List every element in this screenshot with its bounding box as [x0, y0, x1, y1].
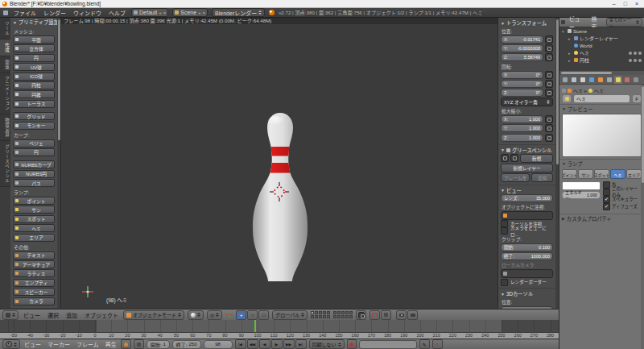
delete-keyframe-icon[interactable]: ×: [432, 339, 443, 349]
properties-tab-render[interactable]: [561, 76, 569, 84]
menu-ビュー[interactable]: ビュー: [23, 340, 43, 348]
snap-element-button[interactable]: [381, 310, 391, 320]
timeline-canvas[interactable]: [0, 320, 559, 332]
viewport-3d[interactable]: フレーム:98 | 時間:00:00.15 | 頂点:380 面:396 光源:…: [61, 18, 497, 309]
clip-end-field[interactable]: 終了:1000.000: [501, 252, 553, 260]
lock-icon[interactable]: [545, 89, 553, 97]
frame-start-field[interactable]: 開始:1: [147, 340, 170, 349]
number-field-X[interactable]: X:0°: [501, 71, 543, 79]
new-layer-button[interactable]: 新規レイヤー: [501, 164, 553, 172]
disclosure-icon[interactable]: ▾: [562, 29, 566, 34]
outliner-editor-icon[interactable]: [561, 20, 565, 24]
lamp-type-サン[interactable]: サン: [578, 169, 593, 179]
lock-icon[interactable]: [545, 53, 553, 61]
toolshelf-tab-ツール[interactable]: ツール: [0, 18, 10, 39]
properties-tab-constraints[interactable]: [605, 76, 613, 84]
visibility-eye-icon[interactable]: [629, 59, 632, 62]
timeline-scrollbar[interactable]: -50-40-30-20-100102030405060708090100110…: [0, 332, 559, 339]
disclosure-icon[interactable]: ▸: [568, 51, 572, 56]
number-field-Z[interactable]: Z:5.58749: [501, 53, 543, 61]
outliner-row-Scene[interactable]: ▾Scene: [559, 27, 644, 35]
custom-properties-panel-header[interactable]: ▶カスタムプロパティ: [559, 214, 644, 222]
add-NURBSカーブ-button[interactable]: NURBSカーブ: [13, 160, 55, 168]
convert-button[interactable]: 変換: [531, 173, 553, 182]
current-frame-field[interactable]: 98: [204, 340, 233, 349]
add-primitive-panel-header[interactable]: ▼ プリミティブ追加: [13, 19, 55, 26]
scene-selector[interactable]: Scene + ×: [172, 8, 208, 17]
add-サン-button[interactable]: サン: [13, 206, 55, 214]
layer-cell[interactable]: [337, 315, 341, 318]
add-スピーカー-button[interactable]: スピーカー: [13, 288, 55, 296]
translate-manipulator-button[interactable]: +: [236, 310, 246, 320]
timeline-editor-type-button[interactable]: [2, 339, 20, 349]
preview-range-button[interactable]: [121, 339, 131, 349]
layer-cell[interactable]: [319, 311, 322, 314]
properties-tab-world[interactable]: [588, 76, 596, 84]
lamp-panel-header[interactable]: ▼ランプ: [559, 159, 644, 168]
outliner-row-ヘミ[interactable]: ▸ヘミ: [559, 49, 644, 56]
add-グリッド-button[interactable]: グリッド: [13, 112, 55, 120]
sync-dropdown[interactable]: 同期しない: [309, 339, 345, 349]
add-円-button[interactable]: 円: [13, 148, 55, 156]
renderable-camera-icon[interactable]: [638, 52, 642, 55]
camera-to-view-checkbox[interactable]: [501, 227, 508, 235]
add-平面-button[interactable]: 平面: [13, 35, 55, 44]
menu-ヘルプ[interactable]: ヘルプ: [107, 9, 127, 17]
disclosure-icon[interactable]: ▸: [568, 36, 572, 41]
render-border-checkbox[interactable]: [501, 279, 508, 286]
transform-panel-header[interactable]: ▼トランスフォーム: [501, 19, 553, 27]
add-UV球-button[interactable]: UV球: [13, 63, 55, 71]
toolshelf-tab-グリースペンシル[interactable]: グリースペンシル: [0, 141, 10, 187]
toolshelf-tab-作成[interactable]: 作成: [0, 39, 10, 56]
scene-add-button[interactable]: +: [198, 10, 201, 15]
draw-pencil-icon[interactable]: [501, 154, 509, 162]
breadcrumb-data[interactable]: ヘミ: [594, 87, 604, 94]
layer-cell[interactable]: [327, 315, 330, 318]
outliner-filter-dropdown[interactable]: 全てのシーン: [606, 18, 642, 27]
add-円柱-button[interactable]: 円柱: [13, 81, 55, 89]
negative-checkbox[interactable]: [603, 181, 610, 189]
lock-icon[interactable]: [545, 134, 553, 142]
menu-ウィンドウ[interactable]: ウィンドウ: [72, 9, 103, 17]
add-テキスト-button[interactable]: テキスト: [13, 251, 55, 260]
lock-icon[interactable]: [545, 35, 553, 44]
pivot-dropdown[interactable]: ◎: [207, 310, 222, 320]
add-エンプティ-button[interactable]: エンプティ: [13, 279, 55, 287]
properties-scrollbar[interactable]: [641, 85, 644, 349]
lamp-type-エリア[interactable]: エリア: [626, 169, 642, 179]
frame-locked-button[interactable]: [134, 339, 144, 349]
menu-オブジェクト[interactable]: オブジェクト: [83, 311, 120, 319]
jump-to-end-button[interactable]: ▶|: [295, 339, 307, 349]
clip-start-field[interactable]: 開始:0.100: [501, 243, 553, 251]
add-エリア-button[interactable]: エリア: [13, 234, 55, 242]
add-立方体-button[interactable]: 立方体: [13, 44, 55, 52]
add-円-button[interactable]: 円: [13, 54, 55, 62]
add-ベジェ-button[interactable]: ベジェ: [13, 139, 55, 147]
menu-ファイル[interactable]: ファイル: [12, 9, 38, 17]
layers-widget-right[interactable]: [333, 311, 353, 318]
lamp-datablock-dropdown[interactable]: [562, 94, 572, 103]
add-アーマチュア-button[interactable]: アーマチュア: [13, 260, 55, 268]
next-keyframe-button[interactable]: ▶▶: [283, 339, 295, 349]
scale-manipulator-button[interactable]: □: [258, 310, 269, 320]
outliner-row-World[interactable]: World: [559, 42, 644, 49]
frame-button[interactable]: フレームを: [501, 173, 530, 182]
outliner-row-レンダーレイヤー[interactable]: ▸レンダーレイヤー: [559, 35, 644, 42]
grease-pencil-panel-header[interactable]: ▼ グリースペンシル: [501, 147, 553, 154]
grease-new-button[interactable]: 新規: [520, 154, 553, 163]
number-field-Y[interactable]: Y:-0.0000008: [501, 44, 543, 52]
add-ラティス-button[interactable]: ラティス: [13, 269, 55, 277]
number-field-Z[interactable]: Z:0°: [501, 89, 543, 97]
frame-end-field[interactable]: 終了:250: [172, 340, 201, 349]
lamp-type-ポイント[interactable]: ポイント: [562, 169, 577, 179]
scene-remove-button[interactable]: ×: [203, 10, 206, 15]
layer-cell[interactable]: [341, 315, 345, 318]
number-field-X[interactable]: X:-0.01741: [501, 35, 543, 44]
menu-追加[interactable]: 追加: [64, 311, 79, 319]
lamp-type-スポット[interactable]: スポット: [594, 169, 609, 179]
lock-icon[interactable]: [545, 44, 553, 52]
opengl-render-anim-button[interactable]: [407, 310, 418, 320]
layer-cell[interactable]: [333, 315, 336, 318]
layer-cell[interactable]: [311, 315, 314, 318]
insert-keyframe-icon[interactable]: ✎: [419, 339, 430, 349]
